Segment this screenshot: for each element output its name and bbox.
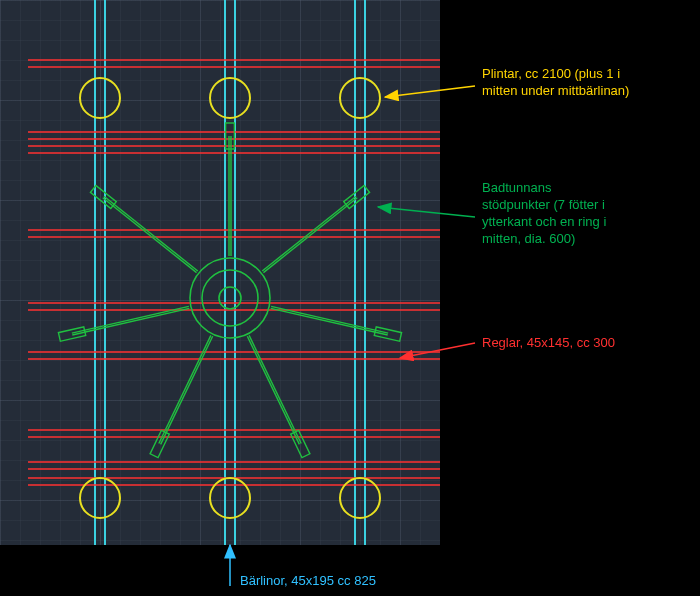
label-barlinor: Bärlinor, 45x195 cc 825 — [240, 573, 376, 590]
label-plintar: Plintar, cc 2100 (plus 1 i mitten under … — [482, 66, 629, 100]
label-reglar: Reglar, 45x145, cc 300 — [482, 335, 615, 352]
cad-viewport — [0, 0, 440, 545]
label-badtunna: Badtunnans stödpunkter (7 fötter i ytter… — [482, 180, 606, 248]
grid — [0, 0, 440, 545]
